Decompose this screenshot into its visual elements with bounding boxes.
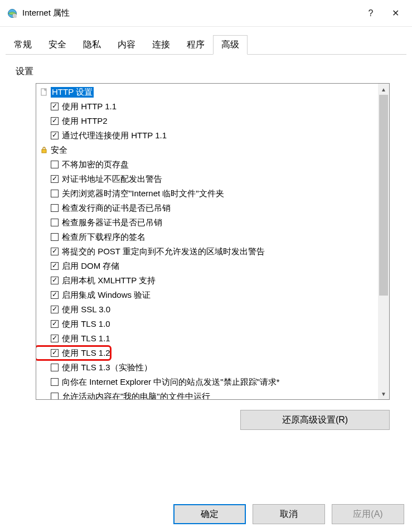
setting-label: 启用集成 Windows 验证 [62, 290, 151, 301]
checkbox[interactable] [51, 364, 59, 371]
setting-item[interactable]: 检查发行商的证书是否已吊销 [36, 201, 378, 215]
setting-label: 使用 TLS 1.1 [62, 333, 110, 344]
checkbox[interactable] [51, 378, 59, 386]
category-label: HTTP 设置 [51, 87, 94, 98]
setting-item[interactable]: 使用 HTTP 1.1 [36, 99, 378, 114]
checkbox[interactable] [51, 248, 59, 255]
checkbox[interactable] [51, 349, 59, 357]
tab-高级[interactable]: 高级 [213, 35, 248, 55]
scroll-down-button[interactable]: ▼ [378, 388, 389, 399]
setting-item[interactable]: 关闭浏览器时清空"Internet 临时文件"文件夹 [36, 186, 378, 201]
checkbox[interactable] [51, 277, 59, 284]
scroll-track[interactable] [378, 95, 389, 388]
category-label: 安全 [51, 145, 67, 156]
setting-label: 启用本机 XMLHTTP 支持 [62, 275, 156, 286]
setting-label: 启用 DOM 存储 [62, 261, 119, 272]
checkbox[interactable] [51, 291, 59, 299]
setting-label: 将提交的 POST 重定向到不允许发送的区域时发出警告 [62, 246, 265, 257]
setting-item[interactable]: 不将加密的页存盘 [36, 157, 378, 172]
svg-rect-1 [13, 14, 16, 17]
checkbox[interactable] [51, 175, 59, 183]
checkbox[interactable] [51, 335, 59, 342]
title-bar: Internet 属性 ? ✕ [0, 0, 412, 27]
setting-label: 使用 TLS 1.3（实验性） [62, 362, 152, 373]
tab-隐私[interactable]: 隐私 [75, 35, 109, 55]
setting-label: 检查服务器证书是否已吊销 [62, 217, 162, 228]
tab-内容[interactable]: 内容 [109, 35, 144, 55]
category-安全[interactable]: 安全 [36, 143, 378, 157]
setting-item[interactable]: 对证书地址不匹配发出警告 [36, 172, 378, 186]
setting-item[interactable]: 通过代理连接使用 HTTP 1.1 [36, 128, 378, 143]
setting-item[interactable]: 使用 SSL 3.0 [36, 302, 378, 317]
tab-连接[interactable]: 连接 [144, 35, 178, 55]
window-title: Internet 属性 [22, 8, 358, 18]
checkbox[interactable] [51, 103, 59, 110]
checkbox[interactable] [51, 306, 59, 313]
setting-item[interactable]: 使用 TLS 1.3（实验性） [36, 360, 378, 375]
scroll-thumb[interactable] [379, 95, 388, 296]
setting-item[interactable]: 启用本机 XMLHTTP 支持 [36, 273, 378, 288]
setting-label: 使用 SSL 3.0 [62, 304, 110, 315]
checkbox[interactable] [51, 219, 59, 226]
setting-item[interactable]: 使用 HTTP2 [36, 114, 378, 128]
setting-label: 允许活动内容在"我的电脑"的文件中运行 [62, 391, 210, 400]
tab-panel: 设置 HTTP 设置使用 HTTP 1.1使用 HTTP2通过代理连接使用 HT… [6, 54, 406, 430]
setting-item[interactable]: 检查服务器证书是否已吊销 [36, 215, 378, 230]
checkbox[interactable] [51, 262, 59, 270]
setting-item[interactable]: 检查所下载程序的签名 [36, 230, 378, 244]
setting-label: 检查发行商的证书是否已吊销 [62, 203, 171, 214]
tab-常规[interactable]: 常规 [6, 35, 40, 55]
setting-label: 关闭浏览器时清空"Internet 临时文件"文件夹 [62, 188, 224, 199]
checkbox[interactable] [51, 132, 59, 139]
setting-label: 向你在 Internet Explorer 中访问的站点发送"禁止跟踪"请求* [62, 377, 280, 388]
cancel-button[interactable]: 取消 [253, 504, 325, 524]
apply-button[interactable]: 应用(A) [332, 504, 404, 524]
setting-item[interactable]: 启用 DOM 存储 [36, 259, 378, 273]
setting-label: 使用 TLS 1.0 [62, 319, 110, 330]
settings-listbox[interactable]: HTTP 设置使用 HTTP 1.1使用 HTTP2通过代理连接使用 HTTP … [36, 83, 390, 400]
checkbox[interactable] [51, 320, 59, 328]
checkbox[interactable] [51, 190, 59, 197]
setting-label: 使用 HTTP 1.1 [62, 101, 117, 112]
scrollbar[interactable]: ▲ ▼ [378, 84, 389, 399]
setting-label: 使用 TLS 1.2 [62, 348, 110, 359]
internet-options-icon [7, 8, 18, 19]
setting-label: 通过代理连接使用 HTTP 1.1 [62, 130, 167, 141]
setting-item[interactable]: 允许活动内容在"我的电脑"的文件中运行 [36, 389, 378, 399]
checkbox[interactable] [51, 204, 59, 212]
setting-item[interactable]: 将提交的 POST 重定向到不允许发送的区域时发出警告 [36, 244, 378, 259]
setting-label: 不将加密的页存盘 [62, 159, 129, 170]
setting-label: 使用 HTTP2 [62, 116, 108, 127]
setting-label: 检查所下载程序的签名 [62, 232, 146, 243]
settings-list-inner: HTTP 设置使用 HTTP 1.1使用 HTTP2通过代理连接使用 HTTP … [36, 84, 378, 399]
setting-item[interactable]: 使用 TLS 1.0 [36, 317, 378, 331]
scroll-up-button[interactable]: ▲ [378, 84, 389, 95]
help-button[interactable]: ? [358, 2, 383, 25]
ok-button[interactable]: 确定 [173, 504, 246, 524]
tab-安全[interactable]: 安全 [40, 35, 75, 55]
category-HTTP 设置[interactable]: HTTP 设置 [36, 85, 378, 99]
checkbox[interactable] [51, 233, 59, 241]
page-icon [40, 88, 49, 96]
setting-item[interactable]: 向你在 Internet Explorer 中访问的站点发送"禁止跟踪"请求* [36, 375, 378, 389]
checkbox[interactable] [51, 161, 59, 168]
lock-icon [40, 146, 49, 154]
close-button[interactable]: ✕ [383, 2, 408, 25]
settings-group-label: 设置 [6, 55, 406, 78]
setting-label: 对证书地址不匹配发出警告 [62, 174, 162, 185]
checkbox[interactable] [51, 117, 59, 125]
setting-item[interactable]: 使用 TLS 1.1 [36, 331, 378, 346]
checkbox[interactable] [51, 393, 59, 399]
svg-rect-6 [42, 149, 46, 153]
setting-item[interactable]: 使用 TLS 1.2 [36, 346, 378, 360]
dialog-buttons: 确定 取消 应用(A) [173, 504, 404, 524]
tab-strip: 常规安全隐私内容连接程序高级 [0, 27, 412, 54]
setting-item[interactable]: 启用集成 Windows 验证 [36, 288, 378, 302]
tab-程序[interactable]: 程序 [178, 35, 213, 55]
restore-defaults-button[interactable]: 还原高级设置(R) [240, 410, 390, 430]
